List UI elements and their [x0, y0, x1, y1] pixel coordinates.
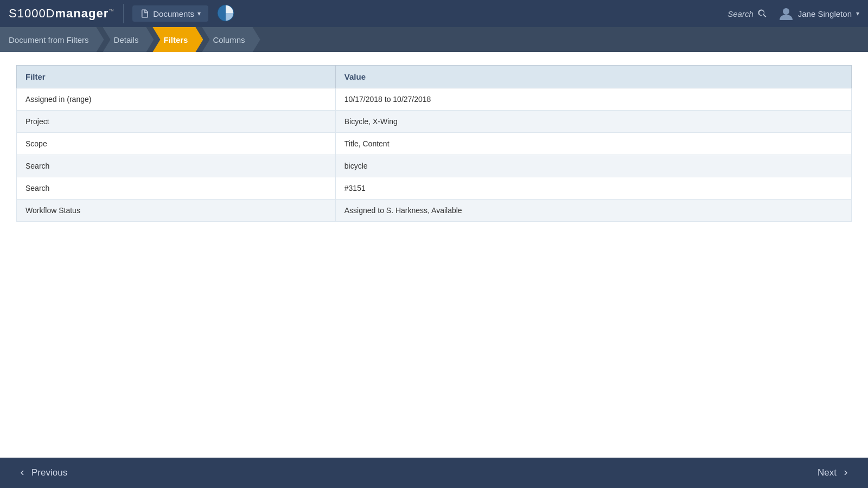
value-cell: Assigned to S. Harkness, Available [335, 200, 851, 222]
value-cell: 10/17/2018 to 10/27/2018 [335, 88, 851, 111]
step-filters[interactable]: Filters [152, 27, 203, 52]
previous-label: Previous [31, 467, 67, 478]
col-header-value: Value [335, 66, 851, 88]
table-row: Searchbicycle [17, 155, 852, 177]
filter-cell: Project [17, 111, 336, 133]
filter-cell: Assigned in (range) [17, 88, 336, 111]
filter-cell: Search [17, 177, 336, 200]
main-content: Filter Value Assigned in (range)10/17/20… [0, 52, 868, 458]
user-area[interactable]: Jane Singleton ▾ [778, 6, 859, 21]
value-cell: bicycle [335, 155, 851, 177]
documents-nav-button[interactable]: Documents ▾ [132, 5, 208, 22]
logo-text: S1000Dmanager™ [9, 7, 114, 21]
user-avatar-icon [778, 6, 794, 21]
step-details[interactable]: Details [103, 27, 154, 52]
previous-icon [17, 468, 27, 478]
filter-cell: Search [17, 155, 336, 177]
value-cell: Title, Content [335, 133, 851, 155]
chart-icon-button[interactable] [215, 2, 237, 25]
user-name: Jane Singleton [798, 9, 852, 18]
steps-bar: Document from Filters Details Filters Co… [0, 27, 868, 52]
col-header-filter: Filter [17, 66, 336, 88]
step-details-label: Details [114, 35, 139, 44]
filter-cell: Scope [17, 133, 336, 155]
app-header: S1000Dmanager™ Documents ▾ Search Jane S… [0, 0, 868, 27]
document-icon [140, 9, 150, 18]
step-columns[interactable]: Columns [202, 27, 260, 52]
previous-button[interactable]: Previous [0, 458, 87, 488]
documents-nav-label: Documents [153, 9, 194, 18]
filter-table: Filter Value Assigned in (range)10/17/20… [16, 65, 852, 222]
app-logo: S1000Dmanager™ [9, 7, 114, 21]
header-right: Search Jane Singleton ▾ [727, 6, 859, 21]
step-document-from-filters[interactable]: Document from Filters [0, 27, 104, 52]
footer: Previous Next [0, 458, 868, 488]
search-label: Search [727, 9, 754, 18]
svg-point-1 [783, 8, 789, 15]
user-chevron-icon: ▾ [856, 10, 859, 17]
next-label: Next [818, 467, 837, 478]
filter-cell: Workflow Status [17, 200, 336, 222]
step-columns-label: Columns [213, 35, 245, 44]
header-divider [123, 4, 124, 23]
table-row: Search#3151 [17, 177, 852, 200]
search-area[interactable]: Search [727, 8, 768, 19]
value-cell: #3151 [335, 177, 851, 200]
footer-spacer [87, 458, 781, 488]
pie-chart-icon [217, 4, 234, 22]
step-filters-label: Filters [163, 35, 188, 44]
value-cell: Bicycle, X-Wing [335, 111, 851, 133]
step-document-from-filters-label: Document from Filters [9, 35, 89, 44]
table-row: Assigned in (range)10/17/2018 to 10/27/2… [17, 88, 852, 111]
table-row: Workflow StatusAssigned to S. Harkness, … [17, 200, 852, 222]
nav-chevron-icon: ▾ [197, 10, 201, 17]
next-icon [841, 468, 851, 478]
next-button[interactable]: Next [781, 458, 868, 488]
table-row: ProjectBicycle, X-Wing [17, 111, 852, 133]
table-row: ScopeTitle, Content [17, 133, 852, 155]
search-icon [757, 8, 768, 19]
